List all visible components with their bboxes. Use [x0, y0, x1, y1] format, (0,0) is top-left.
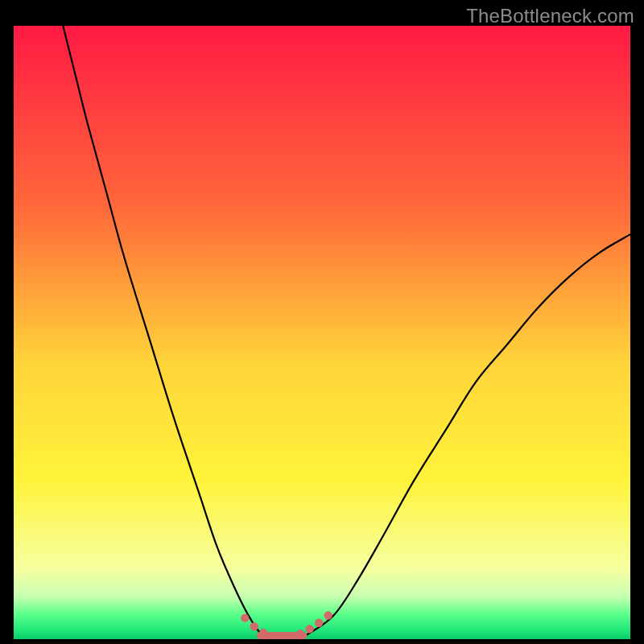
watermark-text: TheBottleneck.com [466, 5, 634, 27]
chart-svg [14, 26, 630, 639]
plot-area [14, 26, 630, 639]
marker-dot [241, 613, 249, 621]
marker-dot [250, 622, 258, 630]
marker-dot [315, 619, 323, 627]
chart-frame: TheBottleneck.com [0, 0, 644, 644]
marker-dot [259, 629, 267, 637]
marker-dot [296, 630, 304, 638]
gradient-background [14, 26, 630, 639]
marker-dot [305, 625, 313, 633]
marker-dot [324, 611, 332, 619]
